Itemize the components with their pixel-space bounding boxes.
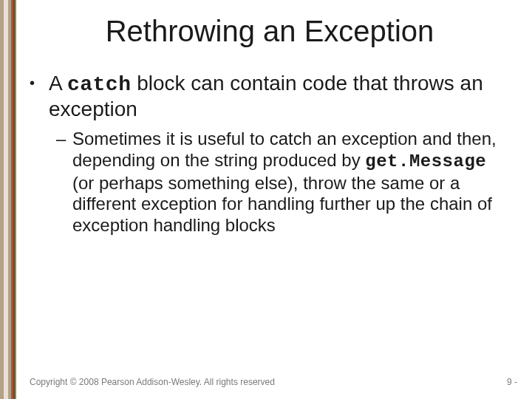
- slide-footer: Copyright © 2008 Pearson Addison-Wesley.…: [30, 377, 517, 387]
- left-decorative-band: [0, 0, 16, 399]
- code-catch: catch: [67, 73, 132, 96]
- subbullet-text: Sometimes it is useful to catch an excep…: [72, 129, 510, 236]
- bullet-dot: •: [30, 71, 49, 121]
- bullet-level1: • A catch block can contain code that th…: [30, 71, 510, 121]
- text-run: (or perhaps something else), throw the s…: [72, 173, 492, 236]
- code-getmessage: get.Message: [365, 151, 486, 171]
- bullet-text: A catch block can contain code that thro…: [49, 71, 510, 121]
- bullet-level2: – Sometimes it is useful to catch an exc…: [56, 129, 510, 236]
- text-run: A: [49, 72, 67, 95]
- slide-title: Rethrowing an Exception: [30, 15, 510, 48]
- copyright-text: Copyright © 2008 Pearson Addison-Wesley.…: [30, 377, 275, 387]
- page-number: 9 -: [507, 377, 517, 387]
- slide-content: • A catch block can contain code that th…: [30, 71, 510, 236]
- bullet-dash: –: [56, 129, 72, 236]
